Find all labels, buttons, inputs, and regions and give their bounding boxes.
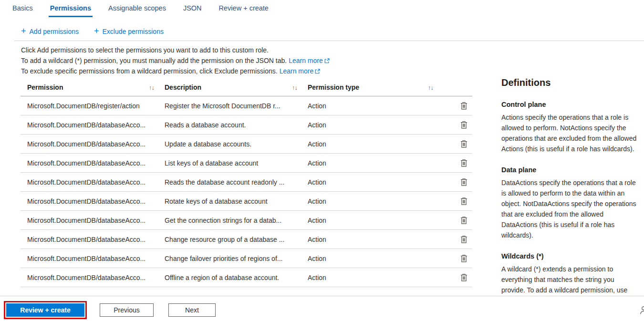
- delete-permission-button[interactable]: [459, 177, 468, 187]
- definition-text-line: everything that matches the string you: [501, 274, 644, 285]
- definition-text-line: DataActions specify the operations that …: [501, 177, 644, 188]
- definition-text-line: Actions specify the operations that a ro…: [501, 112, 644, 123]
- cell-permission-type: Action: [308, 102, 444, 110]
- definition-text-line: allowed to perform. NotActions specify t…: [501, 123, 644, 133]
- cell-permission: Microsoft.DocumentDB/databaseAcco...: [21, 236, 165, 243]
- trash-icon: [460, 197, 467, 205]
- delete-permission-button[interactable]: [459, 196, 468, 206]
- learn-more-link[interactable]: Learn more: [289, 57, 330, 64]
- trash-icon: [460, 216, 467, 224]
- instruction-line-3: To exclude specific permissions from a w…: [21, 66, 330, 76]
- cell-description: Reads the database account readonly ...: [165, 178, 308, 186]
- trash-icon: [460, 235, 467, 243]
- instruction-text: To add a wildcard (*) permission, you mu…: [21, 57, 287, 64]
- plus-icon: +: [21, 27, 26, 35]
- tab-review-create[interactable]: Review + create: [218, 4, 270, 17]
- permissions-table: Permission ↑↓ Description ↑↓ Permission …: [21, 79, 472, 287]
- cell-permission: Microsoft.DocumentDB/register/action: [21, 102, 165, 110]
- exclude-permissions-button[interactable]: + Exclude permissions: [94, 27, 164, 36]
- cell-permission-type: Action: [308, 121, 444, 129]
- cell-permission: Microsoft.DocumentDB/databaseAcco...: [21, 274, 165, 281]
- table-row: Microsoft.DocumentDB/databaseAcco... Rea…: [21, 173, 472, 192]
- table-row: Microsoft.DocumentDB/databaseAcco... Cha…: [21, 230, 472, 249]
- table-row: Microsoft.DocumentDB/databaseAcco... Get…: [21, 211, 472, 230]
- tab-assignable-scopes[interactable]: Assignable scopes: [107, 4, 167, 17]
- cell-permission: Microsoft.DocumentDB/databaseAcco...: [21, 197, 165, 205]
- learn-more-label: Learn more: [280, 67, 314, 75]
- table-row: Microsoft.DocumentDB/databaseAcco... Lis…: [21, 154, 472, 173]
- delete-permission-button[interactable]: [459, 101, 468, 111]
- plus-icon: +: [94, 27, 99, 35]
- definitions-title: Definitions: [501, 77, 644, 88]
- cell-description: Change failover priorities of regions of…: [165, 255, 308, 262]
- trash-icon: [460, 102, 467, 110]
- delete-permission-button[interactable]: [459, 234, 468, 244]
- trash-icon: [460, 273, 467, 281]
- trash-icon: [460, 159, 467, 167]
- permissions-toolbar: + Add permissions + Exclude permissions: [21, 27, 164, 36]
- sort-icon[interactable]: ↑↓: [292, 84, 297, 91]
- definition-section-control-plane: Control plane Actions specify the operat…: [501, 101, 644, 154]
- wizard-tab-bar: Basics Permissions Assignable scopes JSO…: [11, 4, 270, 17]
- table-row: Microsoft.DocumentDB/databaseAcco... Cha…: [21, 249, 472, 268]
- cell-description: Get the connection strings for a datab..…: [165, 217, 308, 224]
- cell-description: Update a database accounts.: [165, 140, 308, 148]
- previous-button[interactable]: Previous: [100, 303, 154, 317]
- delete-permission-button[interactable]: [459, 158, 468, 168]
- cell-permission-type: Action: [308, 159, 444, 167]
- table-row: Microsoft.DocumentDB/databaseAcco... Upd…: [21, 135, 472, 154]
- definition-section-data-plane: Data plane DataActions specify the opera…: [501, 166, 644, 240]
- definition-text-line: A wildcard (*) extends a permission to: [501, 264, 644, 274]
- trash-icon: [460, 121, 467, 129]
- delete-permission-button[interactable]: [459, 253, 468, 263]
- cell-permission-type: Action: [308, 236, 444, 243]
- cell-permission-type: Action: [308, 255, 444, 262]
- tab-json[interactable]: JSON: [182, 4, 203, 17]
- table-header-row: Permission ↑↓ Description ↑↓ Permission …: [21, 79, 472, 96]
- cell-description: Register the Microsoft DocumentDB r...: [165, 102, 308, 110]
- toolbar-divider: [14, 41, 644, 41]
- cell-description: Rotate keys of a database account: [165, 197, 308, 205]
- review-create-button[interactable]: Review + create: [6, 303, 84, 317]
- cell-permission-type: Action: [308, 140, 444, 148]
- tab-basics[interactable]: Basics: [11, 4, 34, 17]
- column-header-permission[interactable]: Permission: [27, 83, 63, 91]
- cell-permission-type: Action: [308, 197, 444, 205]
- instructions-text: Click Add permissions to select the perm…: [21, 45, 330, 76]
- external-link-icon: [324, 58, 330, 63]
- annotation-highlight-box: Review + create: [4, 301, 87, 319]
- feedback-person-icon[interactable]: [639, 306, 644, 315]
- cell-permission-type: Action: [308, 274, 444, 281]
- table-row: Microsoft.DocumentDB/register/action Reg…: [21, 96, 472, 115]
- table-row: Microsoft.DocumentDB/databaseAcco... Rea…: [21, 115, 472, 135]
- definition-text-line: provide. To add a wildcard permission, u…: [501, 285, 644, 295]
- delete-permission-button[interactable]: [459, 120, 468, 130]
- delete-permission-button[interactable]: [459, 139, 468, 149]
- sort-icon[interactable]: ↑↓: [149, 84, 154, 91]
- cell-permission: Microsoft.DocumentDB/databaseAcco...: [21, 217, 165, 224]
- next-button[interactable]: Next: [168, 303, 216, 317]
- add-permissions-button[interactable]: + Add permissions: [21, 27, 79, 36]
- cell-permission: Microsoft.DocumentDB/databaseAcco...: [21, 121, 165, 129]
- trash-icon: [460, 254, 467, 262]
- tab-permissions[interactable]: Permissions: [49, 4, 93, 17]
- definition-text-line: is allowed to perform to the data within…: [501, 188, 644, 198]
- cell-description: List keys of a database account: [165, 159, 308, 167]
- definition-text-line: Actions (this is useful if a role has wi…: [501, 144, 644, 154]
- definitions-panel: Definitions Control plane Actions specif…: [501, 77, 644, 307]
- learn-more-link[interactable]: Learn more: [280, 67, 321, 75]
- sort-icon[interactable]: ↑↓: [428, 84, 433, 91]
- table-row: Microsoft.DocumentDB/databaseAcco... Off…: [21, 268, 472, 287]
- definition-text-line: DataActions (this is useful if a role ha…: [501, 219, 644, 230]
- instruction-line-1: Click Add permissions to select the perm…: [21, 45, 330, 55]
- definition-text-line: that are excluded from the allowed: [501, 209, 644, 219]
- definition-text-line: object. NotDataActions specify the opera…: [501, 198, 644, 209]
- delete-permission-button[interactable]: [459, 215, 468, 225]
- delete-permission-button[interactable]: [459, 272, 468, 282]
- exclude-permissions-label: Exclude permissions: [103, 28, 164, 35]
- cell-permission-type: Action: [308, 178, 444, 186]
- cell-permission-type: Action: [308, 217, 444, 224]
- column-header-description[interactable]: Description: [165, 83, 201, 91]
- column-header-permission-type[interactable]: Permission type: [308, 83, 359, 91]
- definition-heading: Wildcards (*): [501, 252, 644, 260]
